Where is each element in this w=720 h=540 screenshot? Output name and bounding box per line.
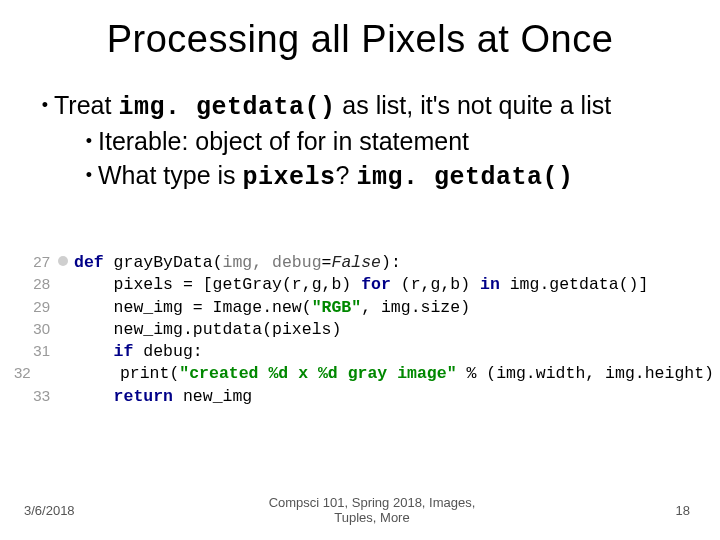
gutter	[60, 297, 74, 319]
footer: 3/6/2018 Compsci 101, Spring 2018, Image…	[0, 495, 720, 526]
text-run: What type is	[98, 161, 243, 189]
sub-bullet-item: • What type is pixels? img. getdata()	[80, 159, 684, 195]
inline-code: pixels	[243, 163, 336, 192]
code-line: 31 if debug:	[14, 341, 698, 363]
punct: ):	[381, 253, 401, 272]
code-line: 30 new_img.putdata(pixels)	[14, 319, 698, 341]
sub-bullet-text: What type is pixels? img. getdata()	[98, 159, 684, 195]
sub-bullet-text: Iterable: object of for in statement	[98, 125, 684, 159]
code-text: if debug:	[74, 341, 203, 363]
bullet-dot: •	[80, 125, 98, 157]
keyword: def	[74, 253, 114, 272]
text-run: new_img = Image.new(	[74, 298, 312, 317]
gutter	[60, 341, 74, 363]
keyword: if	[74, 342, 143, 361]
code-text: pixels = [getGray(r,g,b) for (r,g,b) in …	[74, 274, 648, 296]
code-block: 27 def grayByData(img, debug=False): 28 …	[14, 248, 698, 412]
code-text: return new_img	[74, 386, 252, 408]
code-text: print("created %d x %d gray image" % (im…	[41, 363, 714, 385]
gutter	[60, 274, 74, 296]
code-line: 28 pixels = [getGray(r,g,b) for (r,g,b) …	[14, 274, 698, 296]
text-run: debug:	[143, 342, 202, 361]
slide: Processing all Pixels at Once • Treat im…	[0, 0, 720, 540]
bullet-dot: •	[36, 89, 54, 121]
text-run: ?	[336, 161, 357, 189]
code-line: 33 return new_img	[14, 386, 698, 408]
code-line: 29 new_img = Image.new("RGB", img.size)	[14, 297, 698, 319]
line-number: 33	[14, 386, 60, 408]
keyword: for	[361, 275, 391, 294]
keyword: return	[74, 387, 183, 406]
line-number: 32	[14, 363, 41, 385]
code-text: def grayByData(img, debug=False):	[74, 252, 401, 274]
text-run: Treat	[54, 91, 118, 119]
sub-bullet-item: • Iterable: object of for in statement	[80, 125, 684, 159]
line-number: 27	[14, 252, 60, 274]
footer-center: Compsci 101, Spring 2018, Images, Tuples…	[114, 495, 630, 526]
inline-code: img. getdata()	[118, 93, 335, 122]
literal: False	[331, 253, 381, 272]
line-number: 31	[14, 341, 60, 363]
fold-icon	[58, 256, 68, 266]
text-run: img.getdata()]	[500, 275, 649, 294]
identifier: new_img	[183, 387, 252, 406]
text-run: pixels = [getGray(r,g,b)	[74, 275, 361, 294]
line-number: 29	[14, 297, 60, 319]
footer-date: 3/6/2018	[24, 503, 114, 518]
footer-line: Tuples, More	[114, 510, 630, 526]
bullet-text: Treat img. getdata() as list, it's not q…	[54, 89, 684, 125]
gutter	[60, 386, 74, 408]
identifier: grayByData	[114, 253, 213, 272]
string: "RGB"	[312, 298, 362, 317]
keyword: in	[480, 275, 500, 294]
text-run: (r,g,b)	[391, 275, 480, 294]
text-run: , img.size)	[361, 298, 470, 317]
text-run: % (img.width, img.height)	[457, 364, 714, 383]
code-line: 32 print("created %d x %d gray image" % …	[14, 363, 698, 385]
bullet-item: • Treat img. getdata() as list, it's not…	[36, 89, 684, 125]
bullet-dot: •	[80, 159, 98, 191]
string: "created %d x %d gray image"	[179, 364, 456, 383]
footer-page: 18	[630, 503, 690, 518]
punct: =	[322, 253, 332, 272]
gutter	[60, 252, 74, 274]
sub-bullet-list: • Iterable: object of for in statement •…	[36, 125, 684, 195]
code-text: new_img.putdata(pixels)	[74, 319, 341, 341]
param: img, debug	[223, 253, 322, 272]
footer-line: Compsci 101, Spring 2018, Images,	[114, 495, 630, 511]
inline-code: img. getdata()	[356, 163, 573, 192]
gutter	[60, 319, 74, 341]
code-line: 27 def grayByData(img, debug=False):	[14, 252, 698, 274]
code-text: new_img = Image.new("RGB", img.size)	[74, 297, 470, 319]
punct: (	[213, 253, 223, 272]
bullet-list: • Treat img. getdata() as list, it's not…	[0, 89, 720, 194]
text-run: as list, it's not quite a list	[335, 91, 611, 119]
line-number: 30	[14, 319, 60, 341]
text-run: print(	[41, 364, 180, 383]
slide-title: Processing all Pixels at Once	[0, 0, 720, 61]
line-number: 28	[14, 274, 60, 296]
